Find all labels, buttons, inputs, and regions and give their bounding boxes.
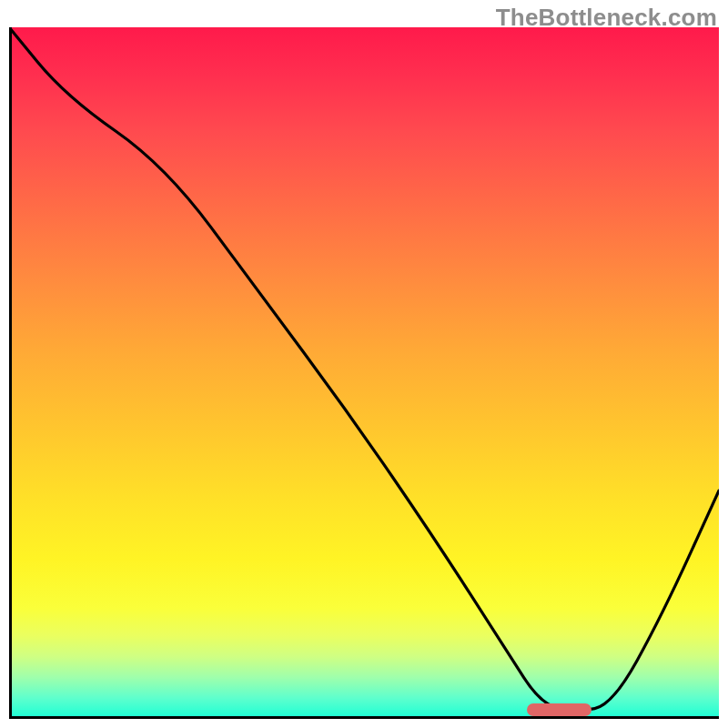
plot-area [9,27,719,719]
x-axis [9,716,719,719]
optimal-range-marker [527,703,591,716]
y-axis [9,27,12,719]
chart-stage: TheBottleneck.com [0,0,728,728]
curve-layer [9,27,719,719]
bottleneck-curve [9,27,719,711]
